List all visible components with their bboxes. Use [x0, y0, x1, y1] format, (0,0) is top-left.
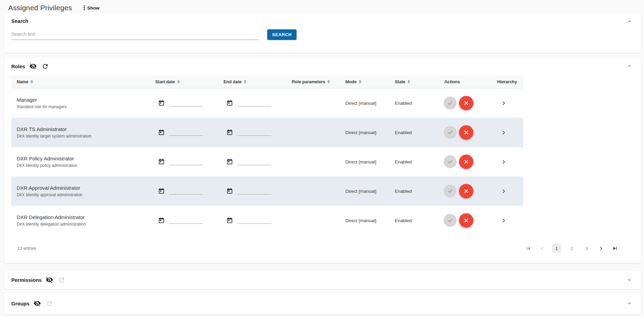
- search-collapse-button[interactable]: [625, 17, 633, 26]
- column-header-role-parameters[interactable]: Role parameters: [288, 80, 341, 84]
- end-date-picker-button[interactable]: [226, 100, 234, 106]
- show-menu-label: Show: [87, 5, 100, 11]
- remove-button[interactable]: [459, 184, 473, 198]
- groups-refresh-button[interactable]: [45, 300, 54, 307]
- state-value: Enabled: [391, 130, 440, 135]
- end-date-picker-button[interactable]: [226, 188, 234, 194]
- groups-collapse-button[interactable]: [625, 299, 633, 307]
- last-page-button[interactable]: [611, 244, 619, 253]
- roles-section: Roles Name Start date: [4, 58, 641, 263]
- hierarchy-expand-button[interactable]: [500, 217, 507, 224]
- calendar-icon: [158, 129, 165, 136]
- end-date-input[interactable]: [237, 100, 271, 106]
- roles-table: Name Start date End date Role parameters…: [11, 75, 523, 235]
- chevron-right-icon: [501, 130, 506, 135]
- previous-page-button[interactable]: [539, 245, 546, 252]
- start-date-picker-button[interactable]: [157, 100, 166, 106]
- check-icon: [447, 158, 454, 165]
- role-name: DXR Delegation Administrator: [17, 214, 151, 220]
- end-date-input[interactable]: [237, 188, 271, 194]
- page-button-1[interactable]: 1: [552, 244, 561, 253]
- close-icon: [463, 158, 470, 165]
- chevron-right-icon: [598, 245, 604, 251]
- entries-count: 13 entries: [17, 246, 36, 251]
- start-date-picker-button[interactable]: [157, 217, 166, 224]
- hierarchy-expand-button[interactable]: [500, 100, 507, 107]
- page-button-2[interactable]: 2: [567, 244, 576, 253]
- chevron-up-icon: [627, 63, 632, 69]
- roles-hide-button[interactable]: [29, 62, 38, 70]
- page-header: Assigned Privileges Show: [0, 0, 644, 13]
- role-name: DXR TS Administrator: [17, 126, 151, 132]
- chevron-right-icon: [501, 218, 506, 224]
- calendar-icon: [158, 217, 165, 224]
- column-header-mode[interactable]: Mode: [341, 80, 391, 84]
- start-date-input[interactable]: [169, 188, 203, 194]
- calendar-icon: [158, 100, 165, 106]
- start-date-picker-button[interactable]: [157, 158, 166, 165]
- page-title: Assigned Privileges: [8, 4, 72, 12]
- sort-icon: [327, 80, 330, 84]
- calendar-icon: [158, 188, 165, 194]
- column-header-end-date[interactable]: End date: [219, 80, 288, 84]
- table-row: DXR TS Administrator DirX Identity targe…: [11, 118, 523, 147]
- roles-refresh-button[interactable]: [41, 63, 49, 70]
- role-description: DirX Identity target system administrati…: [17, 134, 151, 139]
- calendar-icon: [226, 158, 233, 165]
- permissions-section-title: Permissions: [11, 277, 42, 283]
- first-page-button[interactable]: [524, 244, 532, 253]
- accept-button[interactable]: [444, 185, 457, 198]
- show-menu-button[interactable]: Show: [84, 5, 100, 11]
- accept-button[interactable]: [444, 97, 457, 110]
- column-header-hierarchy: Hierarchy: [493, 80, 523, 84]
- permissions-refresh-button[interactable]: [57, 276, 66, 284]
- remove-button[interactable]: [459, 96, 473, 110]
- accept-button[interactable]: [444, 126, 457, 139]
- accept-button[interactable]: [444, 155, 457, 168]
- chevron-down-icon: [627, 277, 632, 283]
- groups-hide-button[interactable]: [33, 300, 42, 307]
- page-button-3[interactable]: 3: [582, 244, 591, 253]
- start-date-picker-button[interactable]: [157, 129, 166, 136]
- search-input[interactable]: [11, 29, 258, 40]
- accept-button[interactable]: [444, 214, 457, 227]
- column-header-name[interactable]: Name: [11, 80, 151, 84]
- visibility-off-icon: [29, 62, 37, 70]
- start-date-input[interactable]: [169, 129, 203, 136]
- column-header-start-date[interactable]: Start date: [151, 80, 219, 84]
- kebab-menu-icon: [84, 5, 85, 11]
- column-header-state[interactable]: State: [391, 80, 440, 84]
- end-date-picker-button[interactable]: [226, 217, 234, 224]
- end-date-input[interactable]: [237, 217, 271, 224]
- search-button[interactable]: SEARCH: [267, 29, 297, 40]
- mode-value: Direct [manual]: [341, 189, 391, 194]
- hierarchy-expand-button[interactable]: [500, 129, 507, 136]
- hierarchy-expand-button[interactable]: [500, 188, 507, 195]
- check-icon: [447, 129, 454, 136]
- start-date-input[interactable]: [169, 217, 203, 224]
- remove-button[interactable]: [459, 155, 473, 169]
- end-date-picker-button[interactable]: [226, 158, 234, 165]
- end-date-picker-button[interactable]: [226, 129, 234, 136]
- role-name: DXR Policy Administrator: [17, 156, 151, 161]
- permissions-collapse-button[interactable]: [625, 276, 633, 284]
- start-date-picker-button[interactable]: [157, 188, 166, 194]
- start-date-input[interactable]: [169, 158, 203, 165]
- check-icon: [447, 100, 454, 106]
- mode-value: Direct [manual]: [341, 101, 391, 106]
- remove-button[interactable]: [459, 125, 473, 140]
- calendar-icon: [226, 188, 233, 194]
- refresh-icon: [46, 300, 53, 307]
- start-date-input[interactable]: [169, 100, 203, 106]
- role-description: DirX Identity delegation administration: [17, 222, 151, 227]
- next-page-button[interactable]: [597, 245, 605, 252]
- remove-button[interactable]: [459, 213, 473, 228]
- roles-table-header: Name Start date End date Role parameters…: [11, 75, 523, 88]
- roles-collapse-button[interactable]: [625, 62, 633, 70]
- permissions-hide-button[interactable]: [45, 276, 54, 284]
- end-date-input[interactable]: [237, 129, 271, 136]
- hierarchy-expand-button[interactable]: [500, 158, 507, 165]
- last-page-icon: [612, 245, 618, 252]
- mode-value: Direct [manual]: [341, 130, 391, 135]
- end-date-input[interactable]: [237, 158, 271, 165]
